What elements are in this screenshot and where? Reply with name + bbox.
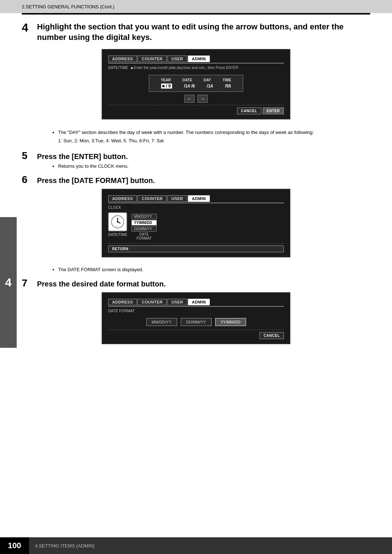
- clock-area: ☞ DATE/TIME MM/DD/YY YY/MM/DD DD/MM/YY D…: [108, 212, 284, 240]
- format-option-yymmdd[interactable]: YY/MM/DD: [131, 220, 157, 225]
- tab-bar-2: ADDRESS COUNTER USER ADMIN: [108, 195, 284, 203]
- step5-num: 5: [22, 151, 33, 161]
- step7-title: Press the desired date format button.: [37, 279, 166, 289]
- tab-user-3[interactable]: USER: [167, 299, 187, 305]
- clock-icon: ☞: [108, 212, 127, 231]
- ui-screenshot-3: ADDRESS COUNTER USER ADMIN DATE FORMAT M…: [102, 292, 290, 344]
- footer-text: 4.SETTING ITEMS (ADMIN): [35, 543, 95, 549]
- enter-button-1[interactable]: ENTER: [263, 107, 284, 114]
- tab-counter-3[interactable]: COUNTER: [138, 299, 167, 305]
- step5-title: Press the [ENTER] button.: [37, 152, 128, 161]
- step5-sub: Returns you to the CLOCK menu.: [51, 163, 370, 169]
- tab-address-1[interactable]: ADDRESS: [108, 56, 137, 62]
- format-option-ddmmyy[interactable]: DD/MM/YY: [131, 226, 157, 232]
- arrow-right-btn[interactable]: →: [197, 95, 208, 103]
- return-button[interactable]: RETURN: [108, 245, 284, 252]
- step6-title: Press the [DATE FORMAT] button.: [37, 176, 155, 185]
- tab-user-2[interactable]: USER: [167, 195, 187, 202]
- top-bar-text: 2.SETTING GENERAL FUNCTIONS (Cont.): [22, 4, 114, 9]
- date-format-buttons: MM/DD/YY DD/MM/YY YY/MM/DD: [108, 318, 284, 326]
- ui-screenshot-1: ADDRESS COUNTER USER ADMIN DATE/TIME ▶En…: [102, 49, 290, 119]
- format-option-mmddyy[interactable]: MM/DD/YY: [131, 214, 157, 219]
- tab-admin-3[interactable]: ADMIN: [188, 299, 210, 305]
- datetime-year-highlight: ■ / 9: [161, 83, 172, 89]
- tab-user-1[interactable]: USER: [167, 56, 187, 62]
- return-btn-row: RETURN: [108, 243, 284, 252]
- tab-address-3[interactable]: ADDRESS: [108, 299, 137, 305]
- tab-address-2[interactable]: ADDRESS: [108, 195, 137, 202]
- ui-label-datetime: DATE/TIME: [108, 66, 128, 70]
- arrow-left-btn[interactable]: ←: [184, 95, 195, 103]
- page-number: 100: [0, 537, 29, 554]
- datetime-icon-label: DATE/TIME: [108, 233, 127, 237]
- datetime-headers: YEAR DATE DAY TIME: [155, 78, 237, 82]
- tab-bar-3: ADDRESS COUNTER USER ADMIN: [108, 299, 284, 307]
- tab-bar-1: ADDRESS COUNTER USER ADMIN: [108, 56, 284, 64]
- step4-num: 4: [22, 22, 33, 33]
- divider: [22, 13, 370, 15]
- fmt-btn-ddmmyy[interactable]: DD/MM/YY: [181, 318, 212, 326]
- datetime-input-box: YEAR DATE DAY TIME ■ / 9 /14 /6 /14 /55: [149, 75, 243, 92]
- page-footer: 100 4.SETTING ITEMS (ADMIN): [0, 537, 392, 554]
- datetime-values: ■ / 9 /14 /6 /14 /55: [155, 83, 237, 89]
- ui-label-dateformat: DATE FORMAT: [108, 309, 284, 313]
- cancel-button-3[interactable]: CANCEL: [260, 332, 284, 339]
- ui-label-clock: CLOCK: [108, 205, 284, 209]
- step5-heading: 5 Press the [ENTER] button.: [22, 151, 370, 161]
- tab-admin-1[interactable]: ADMIN: [188, 56, 210, 62]
- ui-btn-row-3: CANCEL: [108, 330, 284, 339]
- top-bar: 2.SETTING GENERAL FUNCTIONS (Cont.): [0, 0, 392, 13]
- tab-counter-1[interactable]: COUNTER: [138, 56, 167, 62]
- arrow-buttons: ← →: [108, 95, 284, 103]
- tab-counter-2[interactable]: COUNTER: [138, 195, 167, 202]
- step7-heading: 7 Press the desired date format button.: [22, 278, 370, 289]
- date-format-icon-label: DATE FORMAT: [131, 232, 157, 240]
- step6-heading: 6 Press the [DATE FORMAT] button.: [22, 175, 370, 185]
- svg-point-3: [117, 221, 118, 223]
- ui-screenshot-2: ADDRESS COUNTER USER ADMIN CLOCK: [102, 189, 290, 257]
- step4-title: Highlight the section that you want to e…: [37, 22, 370, 42]
- step7-num: 7: [22, 278, 33, 288]
- sidebar-number: 4: [0, 217, 17, 348]
- tab-admin-2[interactable]: ADMIN: [188, 195, 210, 202]
- fmt-btn-mmddyy[interactable]: MM/DD/YY: [146, 318, 177, 326]
- ui-btn-row-1: CANCEL ENTER: [108, 105, 284, 114]
- bullet-section-1: The "DAY" section describes the day of w…: [51, 129, 370, 145]
- fmt-btn-yymmdd[interactable]: YY/MM/DD: [215, 318, 246, 326]
- svg-text:☞: ☞: [115, 224, 118, 228]
- step4-heading: 4 Highlight the section that you want to…: [22, 22, 370, 42]
- cancel-button-1[interactable]: CANCEL: [237, 107, 261, 114]
- ui-instruction: ▶Enter the year,month,date,day,hour and …: [131, 66, 238, 70]
- step6-num: 6: [22, 175, 33, 185]
- bullet-section-2: The DATE FORMAT screen is displayed.: [51, 267, 370, 272]
